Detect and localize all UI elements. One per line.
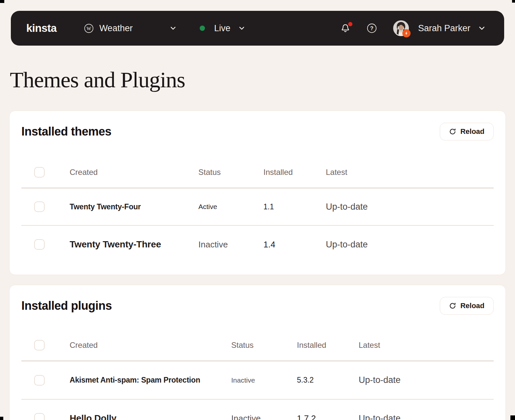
theme-installed: 1.4	[263, 240, 326, 250]
table-row: Twenty Twenty-Three Inactive 1.4 Up-to-d…	[21, 226, 494, 263]
refresh-icon	[449, 128, 456, 135]
plugin-installed: 1.7.2	[297, 413, 359, 420]
user-avatar[interactable]	[393, 20, 409, 36]
reload-label: Reload	[460, 302, 484, 310]
themes-table-header: Created Status Installed Latest	[21, 157, 494, 188]
theme-status: Inactive	[198, 240, 263, 250]
environment-switcher-dropdown[interactable]: Live	[200, 23, 246, 33]
site-switcher-dropdown[interactable]: W Weather	[84, 23, 177, 33]
column-header-latest: Latest	[359, 341, 494, 350]
crop-mark	[510, 415, 515, 420]
plugin-status: Inactive	[231, 413, 297, 420]
column-header-created: Created	[70, 341, 231, 350]
navbar-right-group: ? Sarah Parker	[340, 20, 486, 36]
notification-badge	[348, 22, 352, 26]
help-button[interactable]: ?	[367, 23, 377, 33]
environment-label: Live	[214, 23, 231, 33]
main-content: Themes and Plugins Installed themes Relo…	[9, 46, 506, 420]
lightning-badge-icon	[402, 29, 411, 37]
row-select-checkbox[interactable]	[34, 413, 45, 420]
reload-label: Reload	[460, 127, 484, 136]
svg-text:?: ?	[370, 25, 373, 31]
plugins-card-title: Installed plugins	[21, 299, 112, 313]
column-header-status: Status	[231, 341, 297, 350]
live-status-dot	[200, 26, 205, 31]
plugin-status: Inactive	[231, 376, 297, 384]
kinsta-logo[interactable]: kinsta	[26, 22, 56, 34]
plugin-name: Akismet Anti-spam: Spam Protection	[70, 376, 231, 385]
theme-status: Active	[198, 203, 263, 211]
refresh-icon	[449, 302, 456, 309]
wordpress-icon: W	[84, 24, 94, 33]
theme-latest: Up-to-date	[326, 202, 494, 212]
themes-reload-button[interactable]: Reload	[440, 123, 494, 140]
plugin-latest: Up-to-date	[359, 375, 494, 385]
column-header-created: Created	[70, 168, 198, 177]
chevron-down-icon	[238, 25, 245, 32]
plugins-reload-button[interactable]: Reload	[440, 297, 494, 315]
chevron-down-icon[interactable]	[478, 24, 486, 32]
plugins-table-header: Created Status Installed Latest	[21, 330, 494, 361]
notifications-button[interactable]	[340, 23, 350, 33]
page-title: Themes and Plugins	[10, 67, 506, 93]
table-row: Akismet Anti-spam: Spam Protection Inact…	[21, 361, 494, 400]
plugin-installed: 5.3.2	[297, 376, 359, 385]
table-row: Hello Dolly Inactive 1.7.2 Up-to-date	[21, 400, 494, 420]
theme-name: Twenty Twenty-Three	[70, 239, 198, 250]
row-select-checkbox[interactable]	[34, 239, 45, 250]
help-icon: ?	[367, 23, 377, 33]
crop-mark	[512, 0, 515, 3]
installed-themes-card: Installed themes Reload Created Status I…	[9, 111, 506, 275]
table-row: Twenty Twenty-Four Active 1.1 Up-to-date	[21, 188, 494, 226]
select-all-checkbox[interactable]	[34, 167, 45, 178]
theme-installed: 1.1	[263, 202, 326, 211]
column-header-installed: Installed	[297, 341, 359, 350]
select-all-checkbox[interactable]	[34, 340, 45, 350]
column-header-status: Status	[198, 168, 263, 177]
theme-latest: Up-to-date	[326, 240, 494, 250]
plugin-name: Hello Dolly	[70, 413, 231, 420]
column-header-latest: Latest	[326, 168, 494, 177]
plugin-latest: Up-to-date	[359, 413, 494, 420]
chevron-down-icon	[169, 25, 177, 32]
theme-name: Twenty Twenty-Four	[70, 202, 198, 211]
themes-card-title: Installed themes	[21, 125, 111, 138]
column-header-installed: Installed	[263, 168, 326, 177]
row-select-checkbox[interactable]	[34, 375, 45, 386]
top-navbar: kinsta W Weather Live	[11, 11, 504, 46]
installed-plugins-card: Installed plugins Reload Created Status …	[9, 285, 506, 420]
site-name-label: Weather	[99, 23, 133, 33]
row-select-checkbox[interactable]	[34, 201, 45, 212]
svg-text:W: W	[87, 26, 92, 31]
crop-mark	[0, 0, 4, 3]
user-name-label: Sarah Parker	[418, 23, 470, 33]
crop-mark	[0, 417, 3, 420]
